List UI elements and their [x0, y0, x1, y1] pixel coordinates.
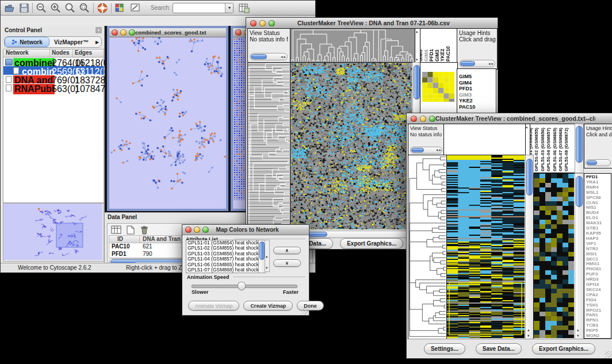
- float-panel-icon[interactable]: [95, 27, 102, 33]
- zoom-button[interactable]: [429, 116, 435, 122]
- scrollbar-thumb[interactable]: [526, 159, 533, 196]
- zoom-out-icon[interactable]: [36, 2, 47, 13]
- tv2-zoom-pane[interactable]: [533, 173, 576, 340]
- tv2-zoom-canvas[interactable]: [534, 174, 574, 338]
- zoom-button[interactable]: [202, 227, 209, 233]
- zoom-button[interactable]: [269, 20, 275, 26]
- tv1-row-dendrogram-pane[interactable]: [247, 62, 291, 231]
- close-button[interactable]: [235, 29, 242, 36]
- network-list-row[interactable]: combined_scores_ 2764(0) 16218(0): [3, 58, 104, 66]
- network-list-row[interactable]: DNA and Tran 07 769(0) 183728(0): [3, 75, 104, 83]
- zoom-selected-icon[interactable]: [79, 2, 90, 13]
- save-session-icon[interactable]: [19, 3, 29, 13]
- column-label[interactable]: PFD1: [429, 49, 434, 62]
- gene-label[interactable]: GIM4: [457, 80, 496, 86]
- close-button[interactable]: [250, 20, 257, 26]
- scrollbar-thumb[interactable]: [414, 65, 420, 99]
- scrollbar-thumb[interactable]: [576, 176, 583, 207]
- close-button[interactable]: [411, 116, 417, 122]
- minimize-button[interactable]: [120, 29, 127, 36]
- tv1-status-hscrollbar[interactable]: ◂ ▸: [250, 53, 288, 60]
- scroll-arrows[interactable]: ▴: [577, 328, 579, 332]
- search-combobox[interactable]: ▼: [173, 3, 234, 13]
- minimize-button[interactable]: [259, 20, 266, 26]
- treeview-action-button[interactable]: Save Data...: [476, 343, 522, 354]
- close-button[interactable]: [112, 29, 118, 36]
- gene-label[interactable]: PAC10: [457, 104, 496, 110]
- scrollbar-thumb[interactable]: [587, 160, 597, 165]
- column-label[interactable]: GIM3: [434, 49, 440, 62]
- minimize-button[interactable]: [194, 227, 200, 233]
- gene-label[interactable]: GIM3: [457, 92, 496, 98]
- scrollbar-thumb[interactable]: [251, 54, 267, 59]
- gene-label[interactable]: PFD1: [457, 86, 496, 92]
- tv2-status-hscrollbar[interactable]: ◂ ▸: [410, 147, 442, 154]
- gene-label[interactable]: MON2: [584, 334, 611, 339]
- tv2-row-dendrogram-canvas[interactable]: [408, 155, 446, 338]
- scroll-arrows[interactable]: ◂ ▸: [488, 62, 494, 66]
- tv2-zoom-vscrollbar[interactable]: ▴ ▾: [575, 173, 584, 340]
- scrollbar-thumb[interactable]: [259, 242, 265, 260]
- scroll-arrows[interactable]: ▾: [577, 334, 579, 338]
- network-overview-canvas[interactable]: [3, 204, 102, 260]
- tv1-heatmap-pane[interactable]: [290, 62, 414, 231]
- close-button[interactable]: [185, 227, 192, 233]
- tv1-heatmap-canvas[interactable]: [290, 63, 412, 229]
- annotation-icon[interactable]: [130, 3, 141, 13]
- tv2-row-dendrogram-pane[interactable]: [408, 155, 447, 340]
- column-label[interactable]: PAC10: [445, 46, 451, 62]
- zoom-button[interactable]: [129, 29, 135, 36]
- column-label[interactable]: GPL51-02 (GSM855): [534, 128, 539, 171]
- tv2-hints-hscrollbar[interactable]: [586, 159, 611, 166]
- network-list-row[interactable]: combined_sco 2569(6) 13112(15): [3, 66, 104, 75]
- treeview-action-button[interactable]: Settings...: [424, 343, 465, 354]
- column-label[interactable]: GIM4: [423, 49, 429, 62]
- column-label[interactable]: GPL51-08 (GSM872): [564, 128, 569, 171]
- treeview-action-button[interactable]: Export Graphics...: [340, 238, 403, 249]
- open-session-icon[interactable]: [4, 3, 16, 13]
- vizmapper-palette-icon[interactable]: [114, 3, 125, 13]
- scroll-arrows[interactable]: ▴: [527, 328, 530, 332]
- tab-overflow-button[interactable]: ▶: [93, 40, 101, 45]
- gene-label[interactable]: GIM5: [457, 74, 496, 80]
- scroll-arrows[interactable]: ◂ ▸: [436, 148, 441, 152]
- tv1-row-dendrogram-canvas[interactable]: [248, 63, 289, 229]
- network-overview-panel[interactable]: [3, 203, 104, 262]
- attribute-table-icon[interactable]: [238, 3, 250, 13]
- treeview-action-button[interactable]: Export Graphics...: [532, 343, 595, 354]
- scrollbar-thumb[interactable]: [411, 148, 424, 152]
- select-attributes-icon[interactable]: [111, 225, 121, 235]
- gene-label[interactable]: YKE2: [457, 98, 496, 104]
- scroll-arrows[interactable]: ◂ ▸: [281, 55, 286, 59]
- minimize-button[interactable]: [420, 116, 426, 122]
- resize-grip[interactable]: [605, 351, 612, 358]
- resize-grip[interactable]: [301, 308, 308, 315]
- tv2-heatmap-pane[interactable]: [446, 155, 526, 340]
- tv1-hints-hscrollbar[interactable]: ◂ ▸: [459, 60, 495, 67]
- tv2-labels-vscrollbar[interactable]: [575, 124, 584, 173]
- slider-thumb[interactable]: [238, 282, 246, 290]
- network-list-row[interactable]: RNAPuberNov2+| 563(0) 107847(0): [3, 83, 104, 92]
- tv2-column-dendrogram-pane[interactable]: [443, 124, 526, 156]
- network-view1-canvas[interactable]: [109, 28, 226, 200]
- col-header-id[interactable]: ID: [117, 236, 123, 242]
- column-label[interactable]: GPL51-06 (GSM865): [552, 128, 557, 171]
- column-label[interactable]: GPL51-04 (GSM857): [546, 128, 551, 171]
- zoom-fit-icon[interactable]: [64, 2, 76, 13]
- column-label[interactable]: GPL51-07 (GSM868): [558, 128, 563, 171]
- tv2-heatmap-vscrollbar[interactable]: ▴ ▾: [525, 155, 534, 340]
- column-label[interactable]: GPL51-03 (GSM856): [540, 128, 545, 171]
- search-input-value[interactable]: [173, 6, 175, 13]
- tv2-heatmap-canvas[interactable]: [447, 155, 525, 338]
- dialog-button[interactable]: Create Vizmap: [243, 301, 293, 311]
- help-lifesaver-icon[interactable]: [97, 2, 108, 14]
- scroll-arrows[interactable]: ▾: [527, 334, 530, 338]
- tab-vizmapper[interactable]: VizMapper™: [49, 37, 93, 47]
- zoom-in-icon[interactable]: [50, 2, 62, 13]
- tab-network[interactable]: Network: [5, 37, 49, 47]
- scrollbar-thumb[interactable]: [460, 61, 475, 66]
- search-dropdown-arrow[interactable]: ▼: [225, 3, 233, 13]
- scrollbar-thumb[interactable]: [576, 126, 583, 163]
- move-down-button[interactable]: ∨: [273, 259, 301, 267]
- tv1-column-dendrogram-canvas[interactable]: [290, 29, 414, 62]
